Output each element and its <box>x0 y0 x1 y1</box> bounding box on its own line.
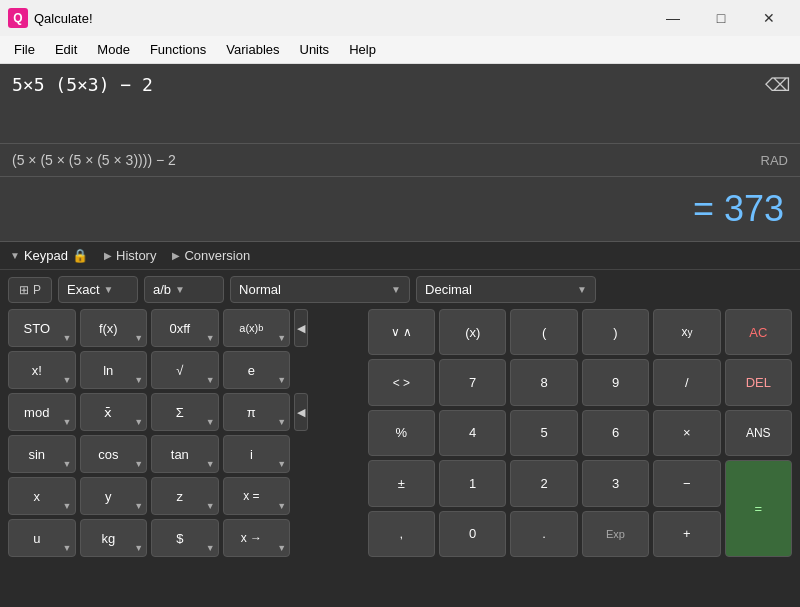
btn-axb[interactable]: a(x)b▼ <box>223 309 291 347</box>
btn-plus[interactable]: + <box>653 511 720 557</box>
expand-right-3[interactable]: ◀ <box>294 393 308 431</box>
btn-ac[interactable]: AC <box>725 309 792 355</box>
btn-hex[interactable]: 0xff▼ <box>151 309 219 347</box>
btn-9[interactable]: 9 <box>582 359 649 405</box>
fraction-arrow: ▼ <box>175 284 185 295</box>
input-expression: 5×5 (5×3) − 2 <box>12 74 760 95</box>
grid-button[interactable]: ⊞ P <box>8 277 52 303</box>
normal-arrow: ▼ <box>391 284 401 295</box>
btn-logic[interactable]: ∨ ∧ <box>368 309 435 355</box>
window-controls: — □ ✕ <box>650 0 792 36</box>
btn-fx[interactable]: f(x)▼ <box>80 309 148 347</box>
tab-conversion[interactable]: ▶ Conversion <box>172 248 250 263</box>
keypad-arrow: ▼ <box>10 250 20 261</box>
app-title: Qalculate! <box>34 11 650 26</box>
btn-xeq[interactable]: x =▼ <box>223 477 291 515</box>
menu-edit[interactable]: Edit <box>45 38 87 61</box>
fraction-select[interactable]: a/b ▼ <box>144 276 224 303</box>
btn-ln[interactable]: ln▼ <box>80 351 148 389</box>
btn-kg[interactable]: kg▼ <box>80 519 148 557</box>
menu-variables[interactable]: Variables <box>216 38 289 61</box>
decimal-arrow: ▼ <box>577 284 587 295</box>
btn-power[interactable]: xy <box>653 309 720 355</box>
menu-help[interactable]: Help <box>339 38 386 61</box>
minimize-button[interactable]: — <box>650 0 696 36</box>
normal-select[interactable]: Normal ▼ <box>230 276 410 303</box>
close-button[interactable]: ✕ <box>746 0 792 36</box>
grid-icon: ⊞ <box>19 283 29 297</box>
btn-dot[interactable]: . <box>510 511 577 557</box>
btn-z[interactable]: z▼ <box>151 477 219 515</box>
btn-i[interactable]: i▼ <box>223 435 291 473</box>
btn-sqrt[interactable]: √▼ <box>151 351 219 389</box>
btn-mod[interactable]: mod▼ <box>8 393 76 431</box>
btn-multiply[interactable]: × <box>653 410 720 456</box>
btn-x[interactable]: x▼ <box>8 477 76 515</box>
menu-file[interactable]: File <box>4 38 45 61</box>
btn-5[interactable]: 5 <box>510 410 577 456</box>
btn-2[interactable]: 2 <box>510 460 577 506</box>
btn-del[interactable]: DEL <box>725 359 792 405</box>
menu-functions[interactable]: Functions <box>140 38 216 61</box>
btn-open-paren[interactable]: ( <box>510 309 577 355</box>
btn-factorial[interactable]: x!▼ <box>8 351 76 389</box>
btn-percent[interactable]: % <box>368 410 435 456</box>
exact-label: Exact <box>67 282 100 297</box>
history-arrow: ▶ <box>104 250 112 261</box>
btn-compare[interactable]: < > <box>368 359 435 405</box>
btn-close-paren[interactable]: ) <box>582 309 649 355</box>
keypad-top-row: ⊞ P Exact ▼ a/b ▼ Normal ▼ Decimal ▼ <box>8 276 792 303</box>
btn-xarrow[interactable]: x →▼ <box>223 519 291 557</box>
decimal-label: Decimal <box>425 282 472 297</box>
keypad-area: ⊞ P Exact ▼ a/b ▼ Normal ▼ Decimal ▼ STO… <box>0 270 800 563</box>
btn-1[interactable]: 1 <box>439 460 506 506</box>
btn-pi[interactable]: π▼ <box>223 393 291 431</box>
btn-y[interactable]: y▼ <box>80 477 148 515</box>
btn-4[interactable]: 4 <box>439 410 506 456</box>
btn-7[interactable]: 7 <box>439 359 506 405</box>
btn-8[interactable]: 8 <box>510 359 577 405</box>
conversion-arrow: ▶ <box>172 250 180 261</box>
input-area[interactable]: 5×5 (5×3) − 2 ⌫ <box>0 64 800 144</box>
menu-mode[interactable]: Mode <box>87 38 140 61</box>
btn-e[interactable]: e▼ <box>223 351 291 389</box>
btn-divide[interactable]: / <box>653 359 720 405</box>
keypad-main: STO▼ f(x)▼ 0xff▼ a(x)b▼ ◀ x!▼ ln▼ √▼ e▼ … <box>8 309 792 557</box>
btn-dollar[interactable]: $▼ <box>151 519 219 557</box>
btn-6[interactable]: 6 <box>582 410 649 456</box>
btn-xbar[interactable]: x̄▼ <box>80 393 148 431</box>
btn-sto[interactable]: STO▼ <box>8 309 76 347</box>
btn-equals-right[interactable]: = <box>725 460 792 557</box>
btn-u[interactable]: u▼ <box>8 519 76 557</box>
btn-0[interactable]: 0 <box>439 511 506 557</box>
tab-keypad[interactable]: ▼ Keypad 🔒 <box>10 248 88 263</box>
menubar: File Edit Mode Functions Variables Units… <box>0 36 800 64</box>
result-value: = 373 <box>693 188 784 230</box>
exact-select[interactable]: Exact ▼ <box>58 276 138 303</box>
menu-units[interactable]: Units <box>290 38 340 61</box>
titlebar: Q Qalculate! — □ ✕ <box>0 0 800 36</box>
app-icon: Q <box>8 8 28 28</box>
btn-minus[interactable]: − <box>653 460 720 506</box>
btn-comma[interactable]: , <box>368 511 435 557</box>
btn-plusminus[interactable]: ± <box>368 460 435 506</box>
btn-cos[interactable]: cos▼ <box>80 435 148 473</box>
keypad-left: STO▼ f(x)▼ 0xff▼ a(x)b▼ ◀ x!▼ ln▼ √▼ e▼ … <box>8 309 362 557</box>
backspace-button[interactable]: ⌫ <box>765 74 790 96</box>
tab-history[interactable]: ▶ History <box>104 248 156 263</box>
lock-icon: 🔒 <box>72 248 88 263</box>
normal-label: Normal <box>239 282 281 297</box>
result-area: = 373 <box>0 177 800 242</box>
btn-tan[interactable]: tan▼ <box>151 435 219 473</box>
expand-right-1[interactable]: ◀ <box>294 309 308 347</box>
btn-parens-x[interactable]: (x) <box>439 309 506 355</box>
maximize-button[interactable]: □ <box>698 0 744 36</box>
btn-sin[interactable]: sin▼ <box>8 435 76 473</box>
btn-exp[interactable]: Exp <box>582 511 649 557</box>
decimal-select[interactable]: Decimal ▼ <box>416 276 596 303</box>
btn-3[interactable]: 3 <box>582 460 649 506</box>
angle-mode-badge: RAD <box>761 153 788 168</box>
btn-ans[interactable]: ANS <box>725 410 792 456</box>
btn-sigma[interactable]: Σ▼ <box>151 393 219 431</box>
conversion-label: Conversion <box>184 248 250 263</box>
